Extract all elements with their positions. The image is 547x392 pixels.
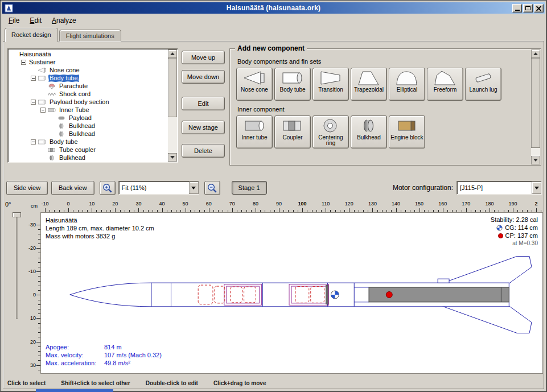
add-centering-ring-button[interactable]: Centering ring <box>312 115 349 148</box>
zoom-select[interactable]: Fit (11%) <box>118 181 199 195</box>
tree-item-payload-body-section[interactable]: Payload body section <box>9 98 167 106</box>
scroll-down-button[interactable] <box>168 153 177 162</box>
fin-bottom-shape[interactable] <box>442 306 532 333</box>
tree-item-haisun-t[interactable]: Haisunäätä <box>9 50 167 58</box>
back-view-button[interactable]: Back view <box>51 181 94 195</box>
close-icon <box>536 6 541 11</box>
ruler-tick <box>186 208 186 212</box>
ruler-label: 110 <box>322 201 330 207</box>
collapse-icon[interactable] <box>31 76 36 81</box>
scroll-up-button[interactable] <box>531 49 540 58</box>
tree-item-inner-tube[interactable]: Inner Tube <box>9 106 167 114</box>
scrollbar-track[interactable] <box>168 58 177 153</box>
tree-item-body-tube[interactable]: Body tube <box>9 138 167 146</box>
add-trapezoidal-button[interactable]: Trapezoidal <box>351 68 387 101</box>
tree-item-bulkhead[interactable]: Bulkhead <box>9 154 167 161</box>
new-stage-button[interactable]: New stage <box>182 121 225 134</box>
tree-item-shock-cord[interactable]: Shock cord <box>9 90 167 98</box>
tree-item-sustainer[interactable]: Sustainer <box>9 58 167 66</box>
scrollbar-thumb[interactable] <box>531 58 540 148</box>
tree-item-label: Inner Tube <box>58 106 91 114</box>
edit-button[interactable]: Edit <box>182 97 225 110</box>
menu-analyze[interactable]: Analyze <box>47 15 81 26</box>
zoom-in-button[interactable] <box>100 181 116 195</box>
component-button-label: Centering ring <box>313 135 348 146</box>
collapse-icon[interactable] <box>31 139 36 145</box>
motor-configuration-select[interactable]: [J115-P] <box>456 181 542 195</box>
add-elliptical-button[interactable]: Elliptical <box>389 68 425 101</box>
tree-item-label: Parachute <box>58 82 89 90</box>
rocket-canvas[interactable]: Haisunäätä Length 189 cm, max. diameter … <box>40 212 543 374</box>
engineblock-icon <box>395 118 419 134</box>
rotation-slider-track[interactable] <box>16 213 18 319</box>
add-coupler-button[interactable]: Coupler <box>274 115 311 148</box>
add-transition-button[interactable]: Transition <box>312 68 349 101</box>
tree-item-parachute[interactable]: Parachute <box>9 82 167 90</box>
combo-arrow-button[interactable] <box>532 181 541 194</box>
ruler-label: 10 <box>89 201 94 207</box>
zoom-value: Fit (11%) <box>119 184 147 191</box>
maximize-button[interactable] <box>523 4 533 13</box>
add-freeform-button[interactable]: Freeform <box>427 68 463 101</box>
side-view-button[interactable]: Side view <box>6 181 48 195</box>
tree-scrollbar[interactable] <box>168 49 177 162</box>
add-nose-cone-button[interactable]: Nose cone <box>236 68 273 101</box>
ruler-tick <box>138 208 139 212</box>
stage-1-toggle[interactable]: Stage 1 <box>232 181 267 195</box>
minimize-button[interactable] <box>512 4 522 13</box>
ruler-tick <box>36 365 40 366</box>
move-up-button[interactable]: Move up <box>182 51 225 64</box>
tree-item-label: Bulkhead <box>68 122 96 130</box>
nose-cone-shape[interactable] <box>70 283 151 307</box>
launch-lug-shape[interactable] <box>438 279 449 283</box>
component-button-label: Inner tube <box>241 135 267 141</box>
delete-button[interactable]: Delete <box>182 144 225 158</box>
ruler-label: 30 <box>30 362 36 368</box>
add-body-tube-button[interactable]: Body tube <box>274 68 311 101</box>
components-scrollbar[interactable] <box>531 49 540 164</box>
fin-top-shape[interactable] <box>442 256 532 283</box>
rotation-slider-handle[interactable] <box>13 212 21 217</box>
desktop-strip <box>36 389 113 392</box>
tree-item-tube-coupler[interactable]: Tube coupler <box>9 146 167 154</box>
menu-file[interactable]: File <box>3 15 24 26</box>
ruler-label: 10 <box>30 315 36 321</box>
scrollbar-thumb[interactable] <box>168 58 177 117</box>
tree-item-payload[interactable]: Payload <box>9 114 167 122</box>
menu-edit[interactable]: Edit <box>24 15 47 26</box>
launchlug-icon <box>471 70 495 86</box>
zoom-out-button[interactable] <box>204 181 220 195</box>
add-engine-block-button[interactable]: Engine block <box>389 115 425 148</box>
tab-rocket-design[interactable]: Rocket design <box>5 28 58 42</box>
add-launch-lug-button[interactable]: Launch lug <box>465 68 501 101</box>
close-button[interactable] <box>534 4 544 13</box>
scroll-down-button[interactable] <box>531 156 540 164</box>
tab-flight-simulations[interactable]: Flight simulations <box>59 30 121 42</box>
titlebar[interactable]: Haisunäätä (haisunaata.ork) <box>2 2 545 14</box>
horizontal-ruler: -100102030405060708090100110120130140150… <box>40 200 543 212</box>
tree-item-nose-cone[interactable]: Nose cone <box>9 66 167 74</box>
scroll-up-button[interactable] <box>168 49 177 58</box>
move-down-button[interactable]: Move down <box>182 70 225 84</box>
tree-item-body-tube[interactable]: Body tube <box>9 74 167 82</box>
scrollbar-track[interactable] <box>531 58 540 156</box>
status-hint: Click+drag to move <box>213 380 266 386</box>
combo-arrow-button[interactable] <box>189 181 199 194</box>
component-group-title: Inner component <box>237 106 528 113</box>
tree-item-bulkhead[interactable]: Bulkhead <box>9 130 167 138</box>
collapse-icon[interactable] <box>21 60 26 65</box>
bulkhead-icon <box>47 155 56 161</box>
ruler-tick <box>115 208 116 212</box>
tree-item-bulkhead[interactable]: Bulkhead <box>9 122 167 130</box>
add-bulkhead-button[interactable]: Bulkhead <box>351 115 387 148</box>
tree-item-label: Haisunäätä <box>18 51 52 58</box>
collapse-icon[interactable] <box>31 100 36 105</box>
rotation-angle-label: 0° <box>5 201 11 208</box>
collapse-icon[interactable] <box>40 108 46 113</box>
ruler-label: 160 <box>438 201 447 207</box>
transition-icon <box>319 70 343 86</box>
add-inner-tube-button[interactable]: Inner tube <box>236 115 273 148</box>
bulkhead-shape[interactable] <box>326 285 328 304</box>
ruler-label: 50 <box>183 201 188 207</box>
coupler-icon <box>47 147 56 153</box>
